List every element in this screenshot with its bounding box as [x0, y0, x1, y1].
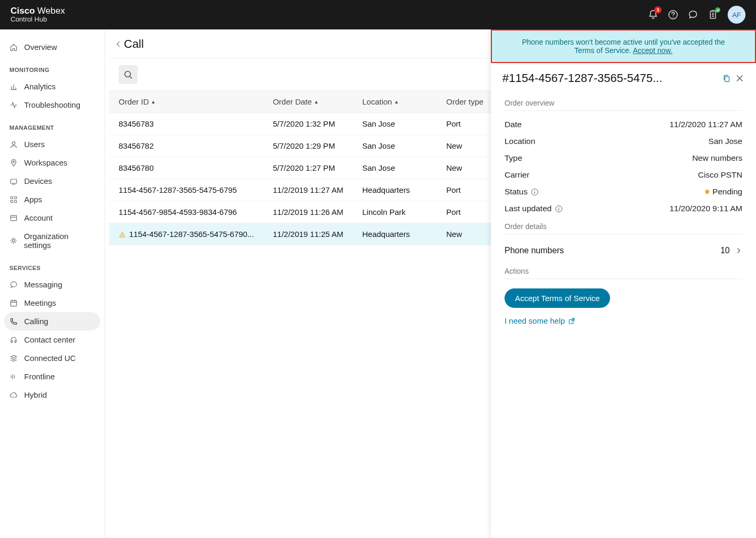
cell-location: Headquarters — [353, 179, 437, 201]
tasks-badge-icon — [715, 7, 720, 13]
phone-numbers-row[interactable]: Phone numbers 10 — [505, 240, 742, 262]
cell-location: San Jose — [353, 135, 437, 157]
help-link-label: I need some help — [505, 316, 565, 325]
pin-icon — [9, 159, 18, 167]
info-icon[interactable] — [531, 188, 539, 196]
cell-order-id: 83456783 — [109, 113, 264, 135]
sidebar-section-monitoring: MONITORING — [0, 56, 104, 77]
panel-title: #1154-4567-1287-3565-5475... — [502, 71, 718, 85]
sidebar-item-label: Meetings — [24, 298, 56, 307]
chevron-right-icon — [735, 247, 742, 254]
tasks-icon[interactable] — [708, 9, 718, 20]
sidebar-item-analytics[interactable]: Analytics — [0, 77, 104, 96]
accept-tos-button[interactable]: Accept Terms of Service — [505, 288, 610, 308]
brand-subtitle: Control Hub — [10, 16, 65, 23]
status-dot-icon — [705, 190, 709, 194]
sidebar-item-meetings[interactable]: Meetings — [0, 294, 104, 312]
sidebar-item-label: Hybrid — [24, 390, 47, 399]
bar-chart-icon — [9, 82, 18, 91]
sidebar-item-label: Calling — [24, 317, 48, 326]
col-order-id[interactable]: Order ID▲ — [109, 91, 264, 113]
sidebar-item-devices[interactable]: Devices — [0, 172, 104, 190]
sidebar-item-label: Overview — [24, 43, 57, 51]
cell-order-id: 1154-4567-9854-4593-9834-6796 — [109, 201, 264, 223]
account-icon — [9, 214, 18, 222]
cell-order-date: 5/7/2020 1:29 PM — [264, 135, 353, 157]
sidebar-item-organization-settings[interactable]: Organization settings — [0, 227, 104, 254]
main-content: Call Numbers Locations Order ID▲ Order D… — [105, 29, 756, 538]
page-title: Call — [124, 37, 144, 51]
sidebar-item-label: Users — [24, 140, 45, 149]
calendar-icon — [9, 299, 18, 307]
cell-location: San Jose — [353, 113, 437, 135]
sidebar-item-label: Organization settings — [24, 232, 95, 250]
updated-value: 11/20/2020 9:11 AM — [669, 204, 742, 213]
search-button[interactable] — [119, 65, 138, 84]
info-icon[interactable] — [555, 205, 563, 213]
cell-order-date: 11/2/2019 11:26 AM — [264, 201, 353, 223]
sidebar-item-label: Account — [24, 213, 52, 222]
external-link-icon — [568, 317, 575, 325]
back-icon[interactable] — [114, 40, 123, 48]
sidebar-item-messaging[interactable]: Messaging — [0, 275, 104, 294]
phone-numbers-label: Phone numbers — [505, 246, 564, 255]
sidebar-item-users[interactable]: Users — [0, 135, 104, 153]
updated-label: Last updated — [505, 204, 563, 213]
order-detail-panel: Phone numbers won't become active until … — [491, 29, 756, 538]
help-icon[interactable] — [668, 9, 678, 20]
sidebar-item-troubleshooting[interactable]: Troubleshooting — [0, 96, 104, 114]
sidebar-item-label: Apps — [24, 195, 42, 204]
sidebar-item-overview[interactable]: Overview — [0, 38, 104, 56]
phone-icon — [9, 317, 18, 326]
col-location[interactable]: Location▲ — [353, 91, 437, 113]
sidebar-item-label: Connected UC — [24, 354, 76, 363]
help-link[interactable]: I need some help — [505, 312, 742, 329]
feedback-icon[interactable] — [688, 9, 698, 20]
sidebar-item-label: Workspaces — [24, 158, 67, 167]
copy-icon[interactable] — [722, 74, 731, 82]
location-label: Location — [505, 137, 536, 146]
alert-text: Phone numbers won't become active until … — [522, 38, 725, 55]
device-icon — [9, 177, 18, 185]
sidebar-section-services: SERVICES — [0, 254, 104, 275]
cell-order-id: 83456780 — [109, 157, 264, 179]
cell-order-date: 11/2/2019 11:25 AM — [264, 223, 353, 245]
sidebar-item-hybrid[interactable]: Hybrid — [0, 386, 104, 404]
cell-location: Headquarters — [353, 223, 437, 245]
sidebar-item-account[interactable]: Account — [0, 209, 104, 227]
cloud-icon — [9, 391, 18, 399]
avatar[interactable]: AF — [728, 6, 746, 24]
headset-icon — [9, 336, 18, 344]
status-value: Pending — [705, 187, 742, 196]
date-label: Date — [505, 120, 522, 129]
location-value: San Jose — [708, 137, 742, 146]
sidebar-section-management: MANAGEMENT — [0, 114, 104, 135]
brand-title: Cisco Webex — [10, 6, 65, 16]
wave-icon — [9, 373, 18, 381]
cell-order-id: 83456782 — [109, 135, 264, 157]
date-value: 11/2/2020 11:27 AM — [669, 120, 742, 129]
carrier-label: Carrier — [505, 170, 529, 180]
section-details-label: Order details — [505, 217, 742, 234]
cell-location: San Jose — [353, 157, 437, 179]
type-label: Type — [505, 153, 522, 163]
sidebar-item-frontline[interactable]: Frontline — [0, 367, 104, 386]
stack-icon — [9, 354, 18, 363]
sidebar-item-workspaces[interactable]: Workspaces — [0, 153, 104, 172]
sidebar-item-label: Frontline — [24, 372, 55, 381]
cell-order-date: 5/7/2020 1:27 PM — [264, 157, 353, 179]
close-icon[interactable] — [735, 74, 744, 83]
panel-header: #1154-4567-1287-3565-5475... — [491, 63, 756, 94]
sidebar-item-connected-uc[interactable]: Connected UC — [0, 349, 104, 367]
sidebar-item-contact-center[interactable]: Contact center — [0, 330, 104, 349]
notifications-badge: 3 — [654, 6, 662, 14]
cell-order-id: 1154-4567-1287-3565-5475-6790... — [109, 223, 264, 245]
sidebar-item-label: Messaging — [24, 280, 62, 289]
top-bar: Cisco Webex Control Hub 3 AF — [0, 0, 756, 29]
sidebar-item-apps[interactable]: Apps — [0, 190, 104, 209]
alert-accept-link[interactable]: Accept now. — [633, 46, 673, 55]
sidebar-item-calling[interactable]: Calling — [4, 312, 100, 330]
col-order-date[interactable]: Order Date▲ — [264, 91, 353, 113]
notifications-icon[interactable]: 3 — [648, 9, 658, 20]
sidebar-item-label: Contact center — [24, 335, 76, 344]
